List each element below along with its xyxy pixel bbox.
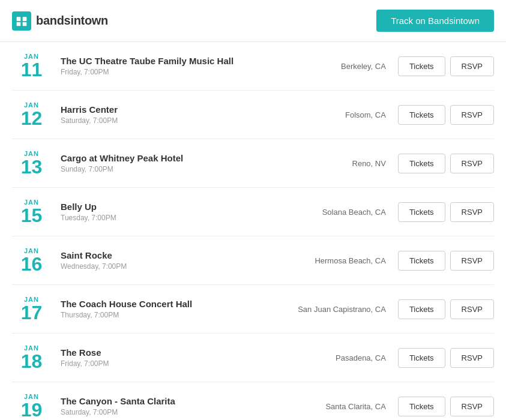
event-name: Saint Rocke: [61, 250, 280, 260]
header: bandsintown Track on Bandsintown: [0, 0, 506, 42]
event-location: Pasadena, CA: [290, 353, 398, 362]
event-location: Solana Beach, CA: [290, 208, 398, 217]
event-day-time: Tuesday, 7:00PM: [61, 214, 280, 222]
event-name: The Rose: [61, 347, 280, 358]
event-row: JAN 13 Cargo at Whitney Peak Hotel Sunda…: [12, 139, 494, 188]
event-info: Belly Up Tuesday, 7:00PM: [51, 202, 290, 222]
event-date: JAN 18: [12, 344, 51, 371]
events-list: JAN 11 The UC Theatre Taube Family Music…: [0, 42, 506, 420]
event-location: Hermosa Beach, CA: [290, 256, 398, 265]
event-name: Harris Center: [61, 104, 280, 115]
rsvp-button[interactable]: RSVP: [450, 105, 494, 125]
event-location: Folsom, CA: [290, 110, 398, 119]
event-row: JAN 19 The Canyon - Santa Clarita Saturd…: [12, 382, 494, 420]
event-day-time: Friday, 7:00PM: [61, 359, 280, 368]
event-location: San Juan Capistrano, CA: [290, 305, 398, 314]
event-date: JAN 15: [12, 199, 51, 225]
tickets-button[interactable]: Tickets: [398, 299, 445, 319]
event-location: Reno, NV: [290, 159, 398, 168]
event-date: JAN 19: [12, 393, 51, 419]
event-info: The Rose Friday, 7:00PM: [51, 347, 290, 368]
event-location: Berkeley, CA: [290, 62, 398, 71]
tickets-button[interactable]: Tickets: [398, 397, 445, 416]
event-name: Cargo at Whitney Peak Hotel: [61, 153, 280, 163]
event-day: 16: [12, 254, 51, 274]
tickets-button[interactable]: Tickets: [398, 348, 445, 368]
event-row: JAN 16 Saint Rocke Wednesday, 7:00PM Her…: [12, 236, 494, 285]
event-actions: Tickets RSVP: [398, 299, 494, 319]
event-actions: Tickets RSVP: [398, 202, 494, 222]
rsvp-button[interactable]: RSVP: [450, 397, 494, 416]
event-date: JAN 17: [12, 296, 51, 322]
event-date: JAN 13: [12, 150, 51, 176]
event-day: 19: [12, 400, 51, 419]
logo-text: bandsintown: [36, 14, 108, 28]
event-day: 15: [12, 206, 51, 225]
event-info: The Coach House Concert Hall Thursday, 7…: [51, 299, 290, 319]
event-info: The Canyon - Santa Clarita Saturday, 7:0…: [51, 396, 290, 416]
event-day-time: Friday, 7:00PM: [61, 68, 280, 76]
svg-rect-0: [17, 17, 21, 21]
event-day: 17: [12, 303, 51, 322]
event-row: JAN 11 The UC Theatre Taube Family Music…: [12, 42, 494, 91]
event-row: JAN 12 Harris Center Saturday, 7:00PM Fo…: [12, 91, 494, 139]
event-actions: Tickets RSVP: [398, 154, 494, 173]
rsvp-button[interactable]: RSVP: [450, 348, 494, 368]
event-name: The Coach House Concert Hall: [61, 299, 280, 309]
svg-rect-2: [17, 22, 21, 26]
event-day-time: Wednesday, 7:00PM: [61, 262, 280, 271]
rsvp-button[interactable]: RSVP: [450, 299, 494, 319]
event-day: 13: [12, 157, 51, 176]
event-name: The Canyon - Santa Clarita: [61, 396, 280, 406]
event-actions: Tickets RSVP: [398, 105, 494, 125]
logo: bandsintown: [12, 11, 108, 31]
logo-svg: [16, 15, 28, 27]
event-actions: Tickets RSVP: [398, 56, 494, 76]
event-date: JAN 16: [12, 247, 51, 274]
event-day-time: Thursday, 7:00PM: [61, 311, 280, 319]
event-day: 18: [12, 352, 51, 371]
tickets-button[interactable]: Tickets: [398, 154, 445, 173]
tickets-button[interactable]: Tickets: [398, 56, 445, 76]
svg-rect-3: [23, 22, 27, 26]
logo-icon: [12, 11, 31, 31]
rsvp-button[interactable]: RSVP: [450, 202, 494, 222]
tickets-button[interactable]: Tickets: [398, 202, 445, 222]
rsvp-button[interactable]: RSVP: [450, 251, 494, 271]
event-date: JAN 11: [12, 53, 51, 79]
event-day-time: Saturday, 7:00PM: [61, 408, 280, 416]
event-date: JAN 12: [12, 101, 51, 128]
track-button[interactable]: Track on Bandsintown: [376, 10, 494, 32]
event-info: The UC Theatre Taube Family Music Hall F…: [51, 56, 290, 76]
rsvp-button[interactable]: RSVP: [450, 56, 494, 76]
event-name: The UC Theatre Taube Family Music Hall: [61, 56, 280, 66]
app-container: bandsintown Track on Bandsintown JAN 11 …: [0, 0, 506, 420]
event-info: Saint Rocke Wednesday, 7:00PM: [51, 250, 290, 271]
tickets-button[interactable]: Tickets: [398, 251, 445, 271]
event-info: Cargo at Whitney Peak Hotel Sunday, 7:00…: [51, 153, 290, 173]
event-actions: Tickets RSVP: [398, 348, 494, 368]
event-actions: Tickets RSVP: [398, 251, 494, 271]
event-location: Santa Clarita, CA: [290, 402, 398, 411]
event-row: JAN 17 The Coach House Concert Hall Thur…: [12, 285, 494, 334]
event-day: 11: [12, 60, 51, 79]
event-name: Belly Up: [61, 202, 280, 212]
event-day-time: Saturday, 7:00PM: [61, 116, 280, 125]
svg-rect-1: [23, 17, 27, 21]
event-row: JAN 18 The Rose Friday, 7:00PM Pasadena,…: [12, 334, 494, 382]
event-day-time: Sunday, 7:00PM: [61, 165, 280, 173]
event-info: Harris Center Saturday, 7:00PM: [51, 104, 290, 125]
rsvp-button[interactable]: RSVP: [450, 154, 494, 173]
event-actions: Tickets RSVP: [398, 397, 494, 416]
tickets-button[interactable]: Tickets: [398, 105, 445, 125]
event-day: 12: [12, 109, 51, 128]
event-row: JAN 15 Belly Up Tuesday, 7:00PM Solana B…: [12, 188, 494, 236]
